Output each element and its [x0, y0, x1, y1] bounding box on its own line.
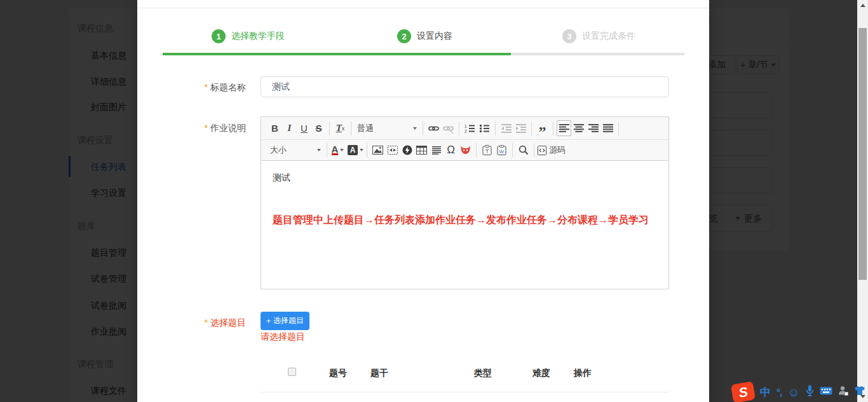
toolbar-separator	[367, 143, 367, 157]
remove-format-button[interactable]: Tx	[333, 120, 348, 136]
select-all-checkbox[interactable]	[288, 368, 296, 376]
step-2: 2 设置内容	[397, 29, 452, 43]
sogou-logo-icon[interactable]: S	[731, 381, 756, 402]
title-input[interactable]: 测试	[261, 76, 669, 97]
align-left-icon[interactable]	[557, 120, 571, 136]
source-code-button[interactable]: 源码	[538, 142, 566, 158]
chevron-down-icon	[317, 149, 321, 151]
chinese-mode-icon[interactable]: 中	[760, 385, 771, 399]
punctuation-icon[interactable]: °,	[776, 387, 782, 398]
toolbar-separator	[553, 121, 553, 135]
editor-toolbar-row1: B I U S Tx 普通 12	[261, 117, 668, 140]
flash-icon[interactable]	[400, 142, 414, 158]
table-header-divider	[261, 392, 669, 392]
column-header-difficulty: 难度	[532, 368, 550, 379]
step-2-circle: 2	[397, 29, 411, 43]
chevron-down-icon	[413, 127, 417, 130]
required-mark: *	[205, 123, 208, 133]
step-3-label: 设置完成条件	[582, 31, 635, 42]
toolbar-separator	[512, 143, 513, 157]
bold-button[interactable]: B	[268, 120, 282, 136]
align-justify-icon[interactable]	[600, 120, 615, 136]
special-character-icon[interactable]: Ω	[444, 142, 458, 158]
microphone-icon[interactable]	[806, 385, 814, 399]
indent-icon	[513, 120, 528, 136]
plus-icon: +	[266, 317, 271, 326]
numbered-list-icon[interactable]: 12	[463, 120, 477, 136]
bulleted-list-icon[interactable]	[477, 120, 492, 136]
editor-paragraph: 测试	[273, 172, 668, 184]
required-mark: *	[205, 82, 208, 92]
chevron-down-icon	[360, 149, 363, 151]
svg-text:1: 1	[465, 124, 467, 128]
source-code-icon	[538, 146, 546, 155]
code-snippet-icon[interactable]	[385, 142, 400, 158]
add-homework-task-modal: 1 选择教学手段 2 设置内容 3 设置完成条件 *标题名称 测试 *作业说明 …	[137, 0, 709, 402]
questions-label: *选择题目	[137, 317, 246, 329]
emoji-devil-icon[interactable]	[458, 142, 473, 158]
align-right-icon[interactable]	[586, 120, 600, 136]
screen: 课程信息 基本信息 详细信息 封面图片 课程设置 任务列表 学习设置 题库 题目…	[0, 0, 868, 402]
select-questions-button[interactable]: + 选择题目	[261, 312, 309, 330]
toolbar-separator	[618, 121, 619, 135]
text-color-icon[interactable]: A	[330, 142, 345, 158]
title-label: *标题名称	[137, 82, 246, 94]
step-progress-fill	[163, 53, 511, 55]
toolbar-separator	[327, 143, 327, 157]
outdent-icon	[499, 120, 513, 136]
browser-scrollbar[interactable]	[857, 0, 868, 402]
toolbar-separator	[329, 121, 330, 135]
column-header-type: 类型	[474, 368, 492, 379]
toolbar-separator	[351, 121, 351, 135]
emoji-icon[interactable]: ☺	[787, 386, 799, 398]
column-header-action: 操作	[574, 368, 592, 379]
blockquote-icon[interactable]: ”	[535, 120, 550, 136]
horizontal-rule-icon[interactable]	[429, 142, 444, 158]
step-1-circle: 1	[212, 29, 226, 43]
step-1: 1 选择教学手段	[212, 29, 285, 43]
scrollbar-thumb[interactable]	[858, 28, 867, 280]
step-1-label: 选择教学手段	[231, 31, 285, 42]
ime-toolbar: S 中 °, ☺	[732, 382, 868, 402]
editor-content-area[interactable]: 测试 题目管理中上传题目→任务列表添加作业任务→发布作业任务→分布课程→学员学习	[261, 161, 668, 288]
questions-validation-hint: 请选择题目	[261, 331, 305, 343]
column-header-question-no: 题号	[329, 368, 347, 379]
rich-text-editor: B I U S Tx 普通 12	[261, 116, 669, 289]
svg-text:2: 2	[465, 128, 467, 133]
paste-text-icon[interactable]: T	[480, 142, 494, 158]
modal-header-bottom-edge	[137, 0, 709, 8]
required-mark: *	[205, 317, 208, 328]
triangle-up-icon	[860, 4, 865, 7]
editor-red-paragraph: 题目管理中上传题目→任务列表添加作业任务→发布作业任务→分布课程→学员学习	[273, 214, 668, 227]
svg-text:T: T	[485, 148, 489, 155]
insert-image-icon[interactable]	[370, 142, 385, 158]
paste-word-icon[interactable]: W	[494, 142, 509, 158]
chevron-down-icon	[340, 149, 344, 151]
italic-button[interactable]: I	[282, 120, 297, 136]
underline-button[interactable]: U	[297, 120, 311, 136]
insert-table-icon[interactable]	[414, 142, 429, 158]
toolbar-separator	[423, 121, 423, 135]
column-header-question-stem: 题干	[370, 368, 388, 379]
unlink-icon	[441, 120, 456, 136]
step-3: 3 设置完成条件	[562, 29, 635, 43]
step-3-circle: 3	[562, 29, 576, 43]
link-icon[interactable]	[426, 120, 441, 136]
step-progress-track	[163, 53, 684, 55]
align-center-icon[interactable]	[571, 120, 586, 136]
background-color-icon[interactable]: A	[348, 142, 363, 158]
step-2-label: 设置内容	[417, 31, 452, 42]
svg-text:W: W	[499, 149, 505, 155]
keyboard-icon[interactable]	[820, 386, 832, 398]
search-icon[interactable]	[516, 142, 531, 158]
toolbar-separator	[531, 121, 532, 135]
toolbar-separator	[534, 143, 534, 157]
skin-icon[interactable]	[854, 385, 865, 398]
paragraph-format-dropdown[interactable]: 普通	[355, 121, 419, 136]
account-icon[interactable]	[838, 385, 848, 398]
description-label: *作业说明	[137, 123, 246, 134]
toolbar-separator	[476, 143, 477, 157]
strikethrough-button[interactable]: S	[311, 120, 326, 136]
scroll-up-button[interactable]	[857, 0, 868, 11]
font-size-dropdown[interactable]: 大小	[268, 142, 323, 158]
